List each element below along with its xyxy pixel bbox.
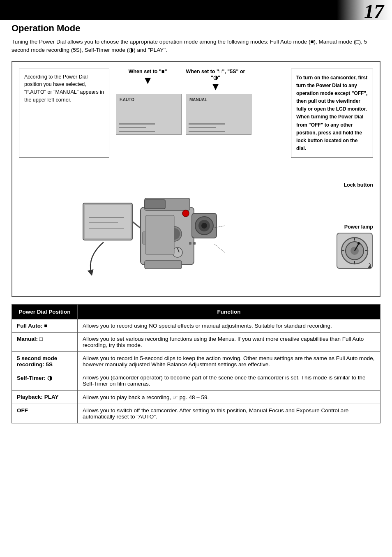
svg-rect-12 xyxy=(145,200,165,209)
line6 xyxy=(189,131,225,132)
line5 xyxy=(189,127,216,128)
function-self-timer: Allows you (camcorder operator) to becom… xyxy=(78,371,380,391)
diagram-box: According to the Power Dial position you… xyxy=(12,61,380,297)
header-black xyxy=(0,0,337,20)
table-row: OFF Allows you to switch off the camcord… xyxy=(12,404,380,423)
function-manual: Allows you to set various recording func… xyxy=(78,333,380,352)
svg-rect-19 xyxy=(189,242,191,245)
arrow-right: ▼ xyxy=(210,81,221,92)
function-off: Allows you to switch off the camcorder. … xyxy=(78,404,380,423)
line1 xyxy=(119,123,155,125)
svg-point-22 xyxy=(182,210,189,217)
position-manual: Manual: □ xyxy=(12,333,78,352)
position-self-timer: Self-Timer: ◑ xyxy=(12,371,78,391)
arrow-left: ▼ xyxy=(143,74,153,86)
intro-text: Tuning the Power Dial allows you to choo… xyxy=(12,38,380,55)
function-full-auto: Allows you to record using NO special ef… xyxy=(78,319,380,333)
svg-point-34 xyxy=(357,242,360,245)
camcorder-area xyxy=(19,162,287,289)
screen-lines-left xyxy=(119,123,179,132)
position-off: OFF xyxy=(12,404,78,423)
position-5s: 5 second mode recording: 5S xyxy=(12,352,78,371)
svg-point-11 xyxy=(201,223,207,229)
header-bar xyxy=(0,0,392,20)
function-table: Power Dial Position Function Full Auto: … xyxy=(12,304,380,423)
right-labels: Lock button Power lamp xyxy=(291,162,373,289)
table-row: 5 second mode recording: 5S Allows you t… xyxy=(12,352,380,371)
screen-left: F.AUTO xyxy=(116,94,182,135)
line4 xyxy=(189,123,225,125)
dial-svg xyxy=(336,232,373,269)
screen-labels-row: When set to "■" ▼ When set to "□", "5S" … xyxy=(116,69,284,92)
screens-section: When set to "■" ▼ When set to "□", "5S" … xyxy=(116,69,284,158)
function-play: Allows you to play back a recording, ☞ p… xyxy=(78,391,380,404)
label-left: When set to "■" xyxy=(129,69,167,74)
table-header-row: Power Dial Position Function xyxy=(12,305,380,319)
screen-lines-right xyxy=(189,123,249,132)
svg-rect-1 xyxy=(85,205,131,238)
callout-right-text: To turn on the camcorder, first turn the… xyxy=(296,75,367,152)
lock-button-area: Lock button xyxy=(291,182,373,188)
line3 xyxy=(119,131,155,132)
callout-topleft-text: According to the Power Dial position you… xyxy=(24,74,104,103)
line2 xyxy=(119,127,146,128)
screen-right: MANUAL xyxy=(186,94,251,135)
col2-header: Function xyxy=(78,305,380,319)
function-5s: Allows you to record in 5-second clips t… xyxy=(78,352,380,371)
table-row: Self-Timer: ◑ Allows you (camcorder oper… xyxy=(12,371,380,391)
fauto-label: F.AUTO xyxy=(120,97,134,102)
manual-label: MANUAL xyxy=(189,97,207,102)
section-title: Operation Mode xyxy=(12,23,380,34)
page-number: 17 xyxy=(364,0,384,23)
callout-right: To turn on the camcorder, first turn the… xyxy=(291,69,373,158)
table-section: Power Dial Position Function Full Auto: … xyxy=(12,304,380,423)
label-right: When set to "□", "5S" or "◑" xyxy=(184,69,247,81)
camcorder-svg xyxy=(79,162,227,289)
table-row: Playback: PLAY Allows you to play back a… xyxy=(12,391,380,404)
screens-row: F.AUTO MANUAL xyxy=(116,94,284,135)
lock-button-label: Lock button xyxy=(291,182,373,188)
svg-rect-21 xyxy=(145,215,174,254)
svg-rect-20 xyxy=(193,242,196,245)
power-lamp-label: Power lamp xyxy=(344,224,373,230)
position-play: Playback: PLAY xyxy=(12,391,78,404)
position-full-auto: Full Auto: ■ xyxy=(12,319,78,333)
diagram-bottom: Lock button Power lamp xyxy=(19,162,373,289)
svg-line-24 xyxy=(214,244,225,252)
power-lamp-area: Power lamp xyxy=(291,224,373,269)
svg-rect-14 xyxy=(145,261,182,269)
table-row: Full Auto: ■ Allows you to record using … xyxy=(12,319,380,333)
label-left-container: When set to "■" ▼ xyxy=(116,69,180,92)
table-row: Manual: □ Allows you to set various reco… xyxy=(12,333,380,352)
label-right-container: When set to "□", "5S" or "◑" ▼ xyxy=(184,69,247,92)
callout-topleft: According to the Power Dial position you… xyxy=(19,69,109,158)
col1-header: Power Dial Position xyxy=(12,305,78,319)
diagram-top: According to the Power Dial position you… xyxy=(19,69,373,158)
main-content: Operation Mode Tuning the Power Dial all… xyxy=(0,23,392,423)
